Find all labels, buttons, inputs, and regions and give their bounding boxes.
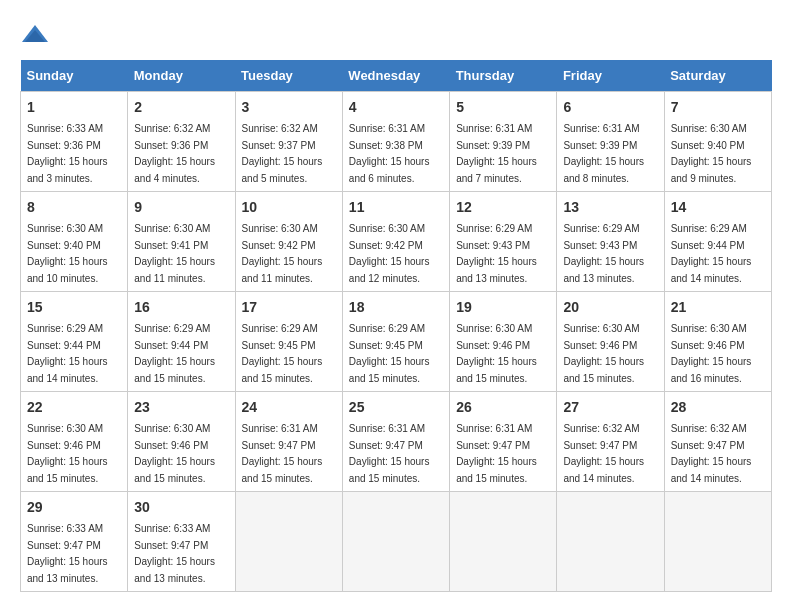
calendar-cell: 7 Sunrise: 6:30 AMSunset: 9:40 PMDayligh… (664, 92, 771, 192)
header-sunday: Sunday (21, 60, 128, 92)
day-number: 16 (134, 297, 228, 318)
week-row-5: 29 Sunrise: 6:33 AMSunset: 9:47 PMDaylig… (21, 492, 772, 592)
week-row-2: 8 Sunrise: 6:30 AMSunset: 9:40 PMDayligh… (21, 192, 772, 292)
day-info: Sunrise: 6:32 AMSunset: 9:47 PMDaylight:… (563, 423, 644, 484)
day-info: Sunrise: 6:29 AMSunset: 9:43 PMDaylight:… (563, 223, 644, 284)
calendar-cell (557, 492, 664, 592)
day-number: 1 (27, 97, 121, 118)
day-info: Sunrise: 6:31 AMSunset: 9:38 PMDaylight:… (349, 123, 430, 184)
day-info: Sunrise: 6:30 AMSunset: 9:41 PMDaylight:… (134, 223, 215, 284)
calendar-cell: 15 Sunrise: 6:29 AMSunset: 9:44 PMDaylig… (21, 292, 128, 392)
day-info: Sunrise: 6:31 AMSunset: 9:47 PMDaylight:… (242, 423, 323, 484)
calendar-cell: 30 Sunrise: 6:33 AMSunset: 9:47 PMDaylig… (128, 492, 235, 592)
day-info: Sunrise: 6:30 AMSunset: 9:40 PMDaylight:… (27, 223, 108, 284)
day-number: 19 (456, 297, 550, 318)
week-row-1: 1 Sunrise: 6:33 AMSunset: 9:36 PMDayligh… (21, 92, 772, 192)
day-number: 11 (349, 197, 443, 218)
day-info: Sunrise: 6:31 AMSunset: 9:39 PMDaylight:… (563, 123, 644, 184)
calendar-cell: 17 Sunrise: 6:29 AMSunset: 9:45 PMDaylig… (235, 292, 342, 392)
logo-icon (20, 20, 50, 50)
day-info: Sunrise: 6:29 AMSunset: 9:44 PMDaylight:… (671, 223, 752, 284)
calendar-cell: 9 Sunrise: 6:30 AMSunset: 9:41 PMDayligh… (128, 192, 235, 292)
day-number: 23 (134, 397, 228, 418)
calendar-cell: 4 Sunrise: 6:31 AMSunset: 9:38 PMDayligh… (342, 92, 449, 192)
day-number: 20 (563, 297, 657, 318)
day-number: 7 (671, 97, 765, 118)
day-info: Sunrise: 6:30 AMSunset: 9:46 PMDaylight:… (27, 423, 108, 484)
day-info: Sunrise: 6:32 AMSunset: 9:47 PMDaylight:… (671, 423, 752, 484)
logo (20, 20, 54, 50)
calendar-cell: 26 Sunrise: 6:31 AMSunset: 9:47 PMDaylig… (450, 392, 557, 492)
day-number: 14 (671, 197, 765, 218)
calendar-cell: 20 Sunrise: 6:30 AMSunset: 9:46 PMDaylig… (557, 292, 664, 392)
header-thursday: Thursday (450, 60, 557, 92)
page-header (20, 20, 772, 50)
day-info: Sunrise: 6:32 AMSunset: 9:36 PMDaylight:… (134, 123, 215, 184)
day-info: Sunrise: 6:29 AMSunset: 9:45 PMDaylight:… (349, 323, 430, 384)
day-info: Sunrise: 6:30 AMSunset: 9:40 PMDaylight:… (671, 123, 752, 184)
day-number: 12 (456, 197, 550, 218)
calendar-cell: 12 Sunrise: 6:29 AMSunset: 9:43 PMDaylig… (450, 192, 557, 292)
calendar-cell: 13 Sunrise: 6:29 AMSunset: 9:43 PMDaylig… (557, 192, 664, 292)
day-info: Sunrise: 6:31 AMSunset: 9:47 PMDaylight:… (456, 423, 537, 484)
calendar-cell (664, 492, 771, 592)
header-monday: Monday (128, 60, 235, 92)
day-number: 8 (27, 197, 121, 218)
day-number: 10 (242, 197, 336, 218)
day-number: 27 (563, 397, 657, 418)
day-info: Sunrise: 6:29 AMSunset: 9:43 PMDaylight:… (456, 223, 537, 284)
day-number: 26 (456, 397, 550, 418)
day-info: Sunrise: 6:31 AMSunset: 9:39 PMDaylight:… (456, 123, 537, 184)
calendar-cell: 2 Sunrise: 6:32 AMSunset: 9:36 PMDayligh… (128, 92, 235, 192)
day-info: Sunrise: 6:33 AMSunset: 9:47 PMDaylight:… (27, 523, 108, 584)
calendar-cell (342, 492, 449, 592)
day-info: Sunrise: 6:29 AMSunset: 9:45 PMDaylight:… (242, 323, 323, 384)
header-friday: Friday (557, 60, 664, 92)
day-info: Sunrise: 6:30 AMSunset: 9:42 PMDaylight:… (349, 223, 430, 284)
day-info: Sunrise: 6:30 AMSunset: 9:46 PMDaylight:… (456, 323, 537, 384)
calendar-table: SundayMondayTuesdayWednesdayThursdayFrid… (20, 60, 772, 592)
day-info: Sunrise: 6:29 AMSunset: 9:44 PMDaylight:… (134, 323, 215, 384)
calendar-cell: 18 Sunrise: 6:29 AMSunset: 9:45 PMDaylig… (342, 292, 449, 392)
calendar-cell (450, 492, 557, 592)
day-info: Sunrise: 6:30 AMSunset: 9:46 PMDaylight:… (134, 423, 215, 484)
calendar-cell: 21 Sunrise: 6:30 AMSunset: 9:46 PMDaylig… (664, 292, 771, 392)
calendar-cell: 29 Sunrise: 6:33 AMSunset: 9:47 PMDaylig… (21, 492, 128, 592)
day-number: 2 (134, 97, 228, 118)
day-number: 5 (456, 97, 550, 118)
calendar-cell: 10 Sunrise: 6:30 AMSunset: 9:42 PMDaylig… (235, 192, 342, 292)
calendar-cell: 11 Sunrise: 6:30 AMSunset: 9:42 PMDaylig… (342, 192, 449, 292)
calendar-cell: 19 Sunrise: 6:30 AMSunset: 9:46 PMDaylig… (450, 292, 557, 392)
calendar-body: 1 Sunrise: 6:33 AMSunset: 9:36 PMDayligh… (21, 92, 772, 592)
calendar-cell: 3 Sunrise: 6:32 AMSunset: 9:37 PMDayligh… (235, 92, 342, 192)
day-number: 9 (134, 197, 228, 218)
calendar-cell: 14 Sunrise: 6:29 AMSunset: 9:44 PMDaylig… (664, 192, 771, 292)
header-wednesday: Wednesday (342, 60, 449, 92)
calendar-cell: 24 Sunrise: 6:31 AMSunset: 9:47 PMDaylig… (235, 392, 342, 492)
day-number: 30 (134, 497, 228, 518)
calendar-cell: 27 Sunrise: 6:32 AMSunset: 9:47 PMDaylig… (557, 392, 664, 492)
calendar-cell: 6 Sunrise: 6:31 AMSunset: 9:39 PMDayligh… (557, 92, 664, 192)
day-number: 21 (671, 297, 765, 318)
calendar-cell: 22 Sunrise: 6:30 AMSunset: 9:46 PMDaylig… (21, 392, 128, 492)
day-info: Sunrise: 6:29 AMSunset: 9:44 PMDaylight:… (27, 323, 108, 384)
header-row: SundayMondayTuesdayWednesdayThursdayFrid… (21, 60, 772, 92)
day-number: 28 (671, 397, 765, 418)
day-number: 3 (242, 97, 336, 118)
calendar-cell: 1 Sunrise: 6:33 AMSunset: 9:36 PMDayligh… (21, 92, 128, 192)
day-number: 22 (27, 397, 121, 418)
day-number: 13 (563, 197, 657, 218)
week-row-3: 15 Sunrise: 6:29 AMSunset: 9:44 PMDaylig… (21, 292, 772, 392)
header-saturday: Saturday (664, 60, 771, 92)
day-info: Sunrise: 6:30 AMSunset: 9:42 PMDaylight:… (242, 223, 323, 284)
calendar-cell: 23 Sunrise: 6:30 AMSunset: 9:46 PMDaylig… (128, 392, 235, 492)
day-number: 4 (349, 97, 443, 118)
day-info: Sunrise: 6:31 AMSunset: 9:47 PMDaylight:… (349, 423, 430, 484)
header-tuesday: Tuesday (235, 60, 342, 92)
calendar-cell: 28 Sunrise: 6:32 AMSunset: 9:47 PMDaylig… (664, 392, 771, 492)
calendar-cell: 16 Sunrise: 6:29 AMSunset: 9:44 PMDaylig… (128, 292, 235, 392)
day-number: 17 (242, 297, 336, 318)
calendar-header: SundayMondayTuesdayWednesdayThursdayFrid… (21, 60, 772, 92)
week-row-4: 22 Sunrise: 6:30 AMSunset: 9:46 PMDaylig… (21, 392, 772, 492)
day-info: Sunrise: 6:33 AMSunset: 9:36 PMDaylight:… (27, 123, 108, 184)
